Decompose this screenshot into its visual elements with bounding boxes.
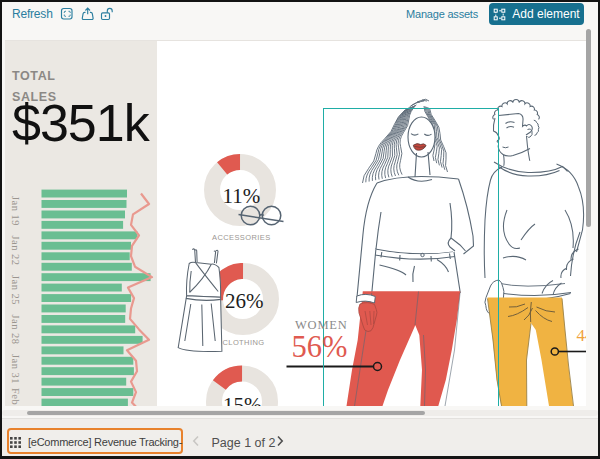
svg-text:Jan 25: Jan 25 — [10, 275, 21, 305]
svg-text:Jan 31: Jan 31 — [10, 354, 21, 384]
svg-text:44%: 44% — [577, 326, 587, 345]
svg-text:Jan 28: Jan 28 — [10, 315, 21, 345]
svg-text:Jan 19: Jan 19 — [10, 196, 21, 226]
svg-text:Jan 22: Jan 22 — [10, 236, 21, 266]
svg-text:Feb 03: Feb 03 — [10, 388, 21, 406]
